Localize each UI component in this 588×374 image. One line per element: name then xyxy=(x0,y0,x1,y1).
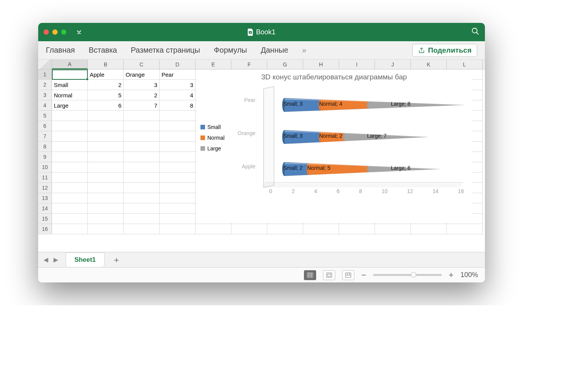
tab-formulas[interactable]: Формулы xyxy=(214,46,247,55)
cell-B15[interactable] xyxy=(88,214,124,224)
col-header-D[interactable]: D xyxy=(160,60,195,69)
cell-D10[interactable] xyxy=(160,162,195,172)
col-header-K[interactable]: K xyxy=(411,60,447,69)
sheet-nav-next[interactable]: ▶ xyxy=(52,256,60,263)
cell-E16[interactable] xyxy=(195,224,231,234)
cell-C2[interactable]: 3 xyxy=(124,80,160,90)
view-page-layout-button[interactable] xyxy=(323,270,335,280)
cell-A3[interactable]: Normal xyxy=(52,90,88,100)
cell-C6[interactable] xyxy=(124,121,160,131)
cell-C15[interactable] xyxy=(124,214,160,224)
cell-C9[interactable] xyxy=(124,152,160,162)
cell-A6[interactable] xyxy=(52,121,88,131)
zoom-slider-knob[interactable] xyxy=(411,272,416,277)
cell-A12[interactable] xyxy=(52,183,88,193)
row-header-3[interactable]: 3 xyxy=(38,90,52,100)
cell-K16[interactable] xyxy=(411,224,447,234)
cell-D7[interactable] xyxy=(160,131,195,142)
view-normal-button[interactable] xyxy=(304,270,316,280)
cell-C16[interactable] xyxy=(124,224,160,234)
row-header-5[interactable]: 5 xyxy=(38,111,52,121)
row-header-15[interactable]: 15 xyxy=(38,214,52,224)
select-all-corner[interactable] xyxy=(38,60,52,69)
cell-A7[interactable] xyxy=(52,131,88,142)
cell-B11[interactable] xyxy=(88,172,124,183)
cell-C7[interactable] xyxy=(124,131,160,142)
cell-C3[interactable]: 2 xyxy=(124,90,160,100)
cell-D3[interactable]: 4 xyxy=(160,90,195,100)
cell-C8[interactable] xyxy=(124,142,160,152)
col-header-I[interactable]: I xyxy=(339,60,375,69)
cell-D14[interactable] xyxy=(160,203,195,214)
cell-B6[interactable] xyxy=(88,121,124,131)
cell-L16[interactable] xyxy=(447,224,483,234)
sheet-tab-1[interactable]: Sheet1 xyxy=(66,253,105,267)
cell-D5[interactable] xyxy=(160,111,195,121)
cell-B13[interactable] xyxy=(88,193,124,203)
cell-H16[interactable] xyxy=(303,224,339,234)
cell-B12[interactable] xyxy=(88,183,124,193)
cell-B16[interactable] xyxy=(88,224,124,234)
tab-insert[interactable]: Вставка xyxy=(89,46,117,55)
col-header-H[interactable]: H xyxy=(303,60,339,69)
cell-D1[interactable]: Pear xyxy=(160,69,195,80)
cell-D16[interactable] xyxy=(160,224,195,234)
cell-C1[interactable]: Orange xyxy=(124,69,160,80)
row-header-12[interactable]: 12 xyxy=(38,183,52,193)
cell-A10[interactable] xyxy=(52,162,88,172)
cell-D9[interactable] xyxy=(160,152,195,162)
cell-A8[interactable] xyxy=(52,142,88,152)
cell-J16[interactable] xyxy=(375,224,411,234)
cell-F16[interactable] xyxy=(231,224,267,234)
row-header-6[interactable]: 6 xyxy=(38,121,52,131)
zoom-level[interactable]: 100% xyxy=(460,271,478,279)
cell-C12[interactable] xyxy=(124,183,160,193)
view-page-break-button[interactable] xyxy=(342,270,354,280)
cell-A11[interactable] xyxy=(52,172,88,183)
cell-C5[interactable] xyxy=(124,111,160,121)
row-header-13[interactable]: 13 xyxy=(38,193,52,203)
col-header-J[interactable]: J xyxy=(375,60,411,69)
share-button[interactable]: Поделиться xyxy=(412,44,477,57)
cell-C11[interactable] xyxy=(124,172,160,183)
col-header-E[interactable]: E xyxy=(195,60,231,69)
row-header-10[interactable]: 10 xyxy=(38,162,52,172)
tab-data[interactable]: Данные xyxy=(261,46,288,55)
col-header-G[interactable]: G xyxy=(267,60,303,69)
row-header-14[interactable]: 14 xyxy=(38,203,52,214)
chart-object[interactable]: 3D конус штабелироваться диаграммы бар S… xyxy=(197,70,472,222)
row-header-16[interactable]: 16 xyxy=(38,224,52,234)
cell-B2[interactable]: 2 xyxy=(88,80,124,90)
tab-page-layout[interactable]: Разметка страницы xyxy=(131,46,200,55)
cell-D12[interactable] xyxy=(160,183,195,193)
row-header-2[interactable]: 2 xyxy=(38,80,52,90)
row-header-7[interactable]: 7 xyxy=(38,131,52,142)
row-header-1[interactable]: 1 xyxy=(38,69,52,80)
col-header-L[interactable]: L xyxy=(447,60,483,69)
cell-C13[interactable] xyxy=(124,193,160,203)
cell-C10[interactable] xyxy=(124,162,160,172)
cell-C14[interactable] xyxy=(124,203,160,214)
cell-A13[interactable] xyxy=(52,193,88,203)
cell-I16[interactable] xyxy=(339,224,375,234)
add-sheet-button[interactable]: ＋ xyxy=(107,252,126,268)
cell-A9[interactable] xyxy=(52,152,88,162)
cell-G16[interactable] xyxy=(267,224,303,234)
col-header-C[interactable]: C xyxy=(124,60,160,69)
cell-B7[interactable] xyxy=(88,131,124,142)
cell-B10[interactable] xyxy=(88,162,124,172)
cell-D13[interactable] xyxy=(160,193,195,203)
cell-D15[interactable] xyxy=(160,214,195,224)
cell-A2[interactable]: Small xyxy=(52,80,88,90)
col-header-B[interactable]: B xyxy=(88,60,124,69)
cell-B14[interactable] xyxy=(88,203,124,214)
cell-D4[interactable]: 8 xyxy=(160,100,195,111)
sheet-nav-prev[interactable]: ◀ xyxy=(42,256,50,263)
row-header-4[interactable]: 4 xyxy=(38,100,52,111)
cell-A4[interactable]: Large xyxy=(52,100,88,111)
cell-D2[interactable]: 3 xyxy=(160,80,195,90)
col-header-F[interactable]: F xyxy=(231,60,267,69)
cell-B4[interactable]: 6 xyxy=(88,100,124,111)
cell-A15[interactable] xyxy=(52,214,88,224)
row-header-9[interactable]: 9 xyxy=(38,152,52,162)
